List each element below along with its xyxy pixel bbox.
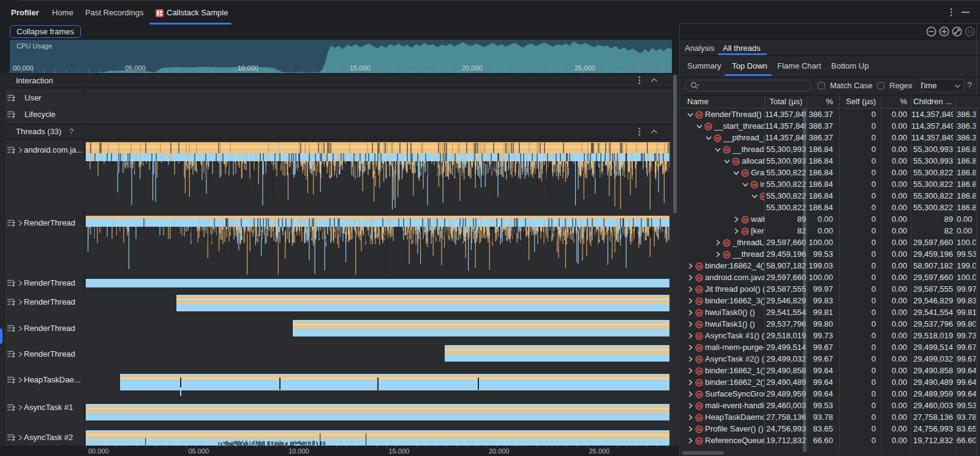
svg-text:m: m [697, 368, 701, 374]
svg-text:m: m [697, 322, 701, 327]
svg-text:m: m [697, 112, 701, 118]
svg-text:m: m [697, 357, 701, 362]
svg-text:m: m [697, 333, 701, 339]
svg-text:m: m [706, 124, 710, 129]
svg-text:m: m [743, 217, 747, 222]
svg-text:m: m [697, 275, 701, 281]
svg-text:m: m [734, 159, 738, 164]
svg-text:m: m [761, 194, 764, 199]
svg-text:m: m [697, 403, 701, 409]
svg-text:m: m [725, 240, 729, 246]
svg-text:m: m [752, 182, 756, 188]
svg-text:m: m [697, 310, 701, 316]
svg-text:m: m [697, 345, 701, 351]
svg-text:m: m [697, 415, 701, 420]
svg-text:m: m [725, 252, 729, 257]
svg-text:m: m [697, 287, 701, 292]
svg-text:m: m [725, 147, 729, 153]
svg-text:m: m [697, 392, 701, 397]
svg-text:m: m [743, 170, 747, 176]
svg-text:m: m [743, 229, 747, 234]
svg-text:m: m [697, 438, 701, 444]
svg-text:m: m [697, 298, 701, 304]
svg-text:m: m [715, 135, 720, 141]
svg-text:m: m [697, 264, 701, 269]
svg-text:m: m [697, 427, 701, 432]
svg-text:m: m [697, 380, 701, 386]
